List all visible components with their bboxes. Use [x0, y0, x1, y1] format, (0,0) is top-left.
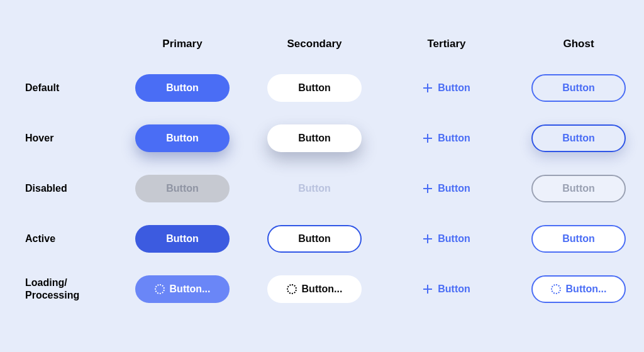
plus-icon: [423, 133, 433, 143]
button-label: Button: [298, 233, 331, 245]
plus-icon: [423, 83, 433, 93]
button-label: Button: [298, 183, 331, 194]
secondary-active-button[interactable]: Button: [267, 225, 362, 253]
button-variants-grid: Primary Secondary Tertiary Ghost Default…: [0, 0, 644, 314]
button-label: Button: [166, 82, 199, 94]
secondary-loading-button[interactable]: Button...: [267, 275, 362, 303]
col-header-primary: Primary: [162, 38, 202, 50]
row-header-loading: Loading/ Processing: [25, 277, 79, 302]
button-label: Button...: [302, 283, 343, 295]
secondary-hover-button[interactable]: Button: [267, 124, 362, 152]
button-label: Button: [438, 183, 470, 194]
col-header-ghost: Ghost: [563, 38, 594, 50]
primary-hover-button[interactable]: Button: [135, 124, 230, 152]
ghost-hover-button[interactable]: Button: [531, 124, 626, 152]
primary-disabled-button: Button: [135, 175, 230, 202]
col-header-tertiary: Tertiary: [427, 38, 465, 50]
primary-loading-button[interactable]: Button...: [135, 275, 230, 303]
row-header-active: Active: [25, 233, 55, 245]
col-header-secondary: Secondary: [287, 38, 342, 50]
tertiary-active-button[interactable]: Button: [423, 233, 470, 245]
button-label: Button: [438, 82, 470, 94]
button-label: Button...: [566, 283, 607, 295]
plus-icon: [423, 284, 433, 294]
button-label: Button: [562, 183, 595, 194]
ghost-loading-button[interactable]: Button...: [531, 275, 626, 303]
plus-icon: [423, 184, 433, 194]
row-header-hover: Hover: [25, 132, 53, 145]
button-label: Button: [298, 133, 331, 144]
plus-icon: [423, 234, 433, 244]
primary-active-button[interactable]: Button: [135, 225, 230, 253]
button-label: Button: [438, 133, 470, 144]
button-label: Button: [166, 133, 199, 144]
secondary-disabled-button: Button: [267, 175, 362, 202]
tertiary-loading-button[interactable]: Button: [423, 283, 470, 295]
spinner-icon: [287, 284, 297, 294]
tertiary-hover-button[interactable]: Button: [423, 133, 470, 144]
ghost-active-button[interactable]: Button: [531, 225, 626, 253]
tertiary-disabled-button[interactable]: Button: [423, 183, 470, 194]
button-label: Button: [438, 233, 470, 245]
tertiary-default-button[interactable]: Button: [423, 82, 470, 94]
button-label: Button: [562, 82, 595, 94]
spinner-icon: [155, 284, 165, 294]
button-label: Button: [166, 183, 199, 194]
spinner-icon: [551, 284, 561, 294]
button-label: Button: [166, 233, 199, 245]
button-label: Button: [562, 133, 595, 144]
button-label: Button: [298, 82, 331, 94]
primary-default-button[interactable]: Button: [135, 74, 230, 102]
ghost-default-button[interactable]: Button: [531, 74, 626, 102]
button-label: Button: [438, 283, 470, 295]
button-label: Button: [562, 233, 595, 245]
row-header-disabled: Disabled: [25, 182, 67, 195]
row-header-default: Default: [25, 82, 59, 94]
secondary-default-button[interactable]: Button: [267, 74, 362, 102]
ghost-disabled-button: Button: [531, 175, 626, 202]
button-label: Button...: [170, 283, 211, 295]
